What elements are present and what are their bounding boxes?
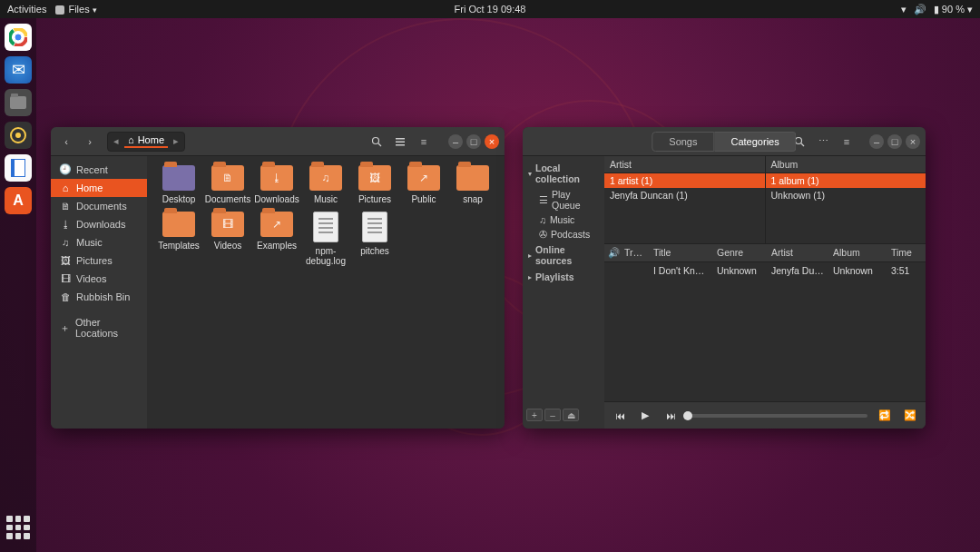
- file-pitches[interactable]: pitches: [350, 212, 399, 266]
- album-browser[interactable]: Album 1 album (1)Unknown (1): [766, 156, 926, 243]
- maximize-button[interactable]: □: [466, 134, 481, 149]
- sidebar-icon: 🕘: [60, 163, 71, 175]
- artist-browser[interactable]: Artist 1 artist (1)Jenyfa Duncan (1): [604, 156, 766, 243]
- dock-icon-software[interactable]: A: [5, 187, 32, 214]
- folder-pictures[interactable]: 🖼Pictures: [350, 165, 399, 204]
- playlist-eject-button[interactable]: ⏏: [563, 409, 579, 421]
- progress-slider[interactable]: [688, 414, 867, 418]
- file-label: Desktop: [162, 194, 196, 204]
- dock-icon-files[interactable]: [5, 89, 32, 116]
- dock-icon-thunderbird[interactable]: ✉: [5, 56, 32, 84]
- music-more-button[interactable]: ⋯: [813, 132, 833, 152]
- sidebar-item-music[interactable]: ♫Music: [51, 233, 147, 251]
- artist-header: Artist: [604, 156, 765, 173]
- play-button[interactable]: ▶: [637, 409, 653, 421]
- show-applications-button[interactable]: [6, 516, 30, 539]
- sidebar-item-downloads[interactable]: ⭳Downloads: [51, 215, 147, 233]
- sidebar-item-label: Home: [76, 182, 103, 193]
- dock-icon-chrome[interactable]: [5, 24, 32, 51]
- folder-downloads[interactable]: ⭳Downloads: [252, 165, 301, 204]
- hamburger-menu-button[interactable]: ≡: [414, 132, 434, 152]
- sidebar-item-pictures[interactable]: 🖼Pictures: [51, 251, 147, 270]
- rss-icon: ✇: [539, 229, 547, 240]
- files-titlebar: ‹ › ◂ ⌂ Home ▸ ≡ – □ ×: [51, 127, 505, 156]
- clock[interactable]: Fri Oct 19 09:48: [455, 4, 526, 15]
- folder-templates[interactable]: Templates: [154, 212, 203, 266]
- folder-icon: ↗: [407, 165, 440, 191]
- sidebar-item-videos[interactable]: 🎞Videos: [51, 270, 147, 288]
- sidebar-item-documents[interactable]: 🗎Documents: [51, 197, 147, 215]
- folder-documents[interactable]: 🗎Documents: [203, 165, 252, 204]
- folder-snap[interactable]: snap: [448, 165, 497, 204]
- file-label: npm-debug.log: [301, 246, 350, 266]
- music-minimize-button[interactable]: –: [869, 134, 884, 149]
- folder-examples[interactable]: ↗Examples: [252, 212, 301, 266]
- album-header: Album: [766, 156, 926, 173]
- playlist-add-button[interactable]: +: [526, 409, 543, 421]
- activities-button[interactable]: Activities: [7, 4, 46, 15]
- next-button[interactable]: ⏭: [662, 410, 679, 421]
- folder-desktop[interactable]: Desktop: [154, 165, 203, 204]
- dock-icon-rhythmbox[interactable]: [5, 122, 32, 149]
- playlist-remove-button[interactable]: –: [544, 409, 561, 421]
- playback-bar: ⏮ ▶ ⏭ 🔁 🔀: [604, 401, 926, 429]
- app-menu[interactable]: Files: [55, 4, 96, 15]
- view-toggle-button[interactable]: [390, 132, 410, 152]
- sidebar-item-label: Rubbish Bin: [76, 291, 130, 302]
- file-icon: [362, 212, 387, 242]
- track-table[interactable]: 🔊 Track Title Genre Artist Album Time I …: [604, 243, 926, 401]
- sidebar-icon: 🎞: [60, 273, 71, 284]
- search-button[interactable]: [367, 132, 387, 152]
- music-titlebar: Songs Categories ⋯ ≡ – □ ×: [523, 127, 926, 156]
- folder-icon: [456, 165, 489, 191]
- files-grid[interactable]: Desktop🗎Documents⭳Downloads♫Music🖼Pictur…: [147, 156, 505, 429]
- file-label: Music: [314, 194, 338, 204]
- sidebar-item-podcasts[interactable]: ✇Podcasts: [523, 227, 604, 242]
- dock-icon-writer[interactable]: [5, 154, 32, 182]
- track-row[interactable]: I Don't Know …UnknownJenyfa DuncanUnknow…: [604, 262, 926, 279]
- sidebar-item-other-locations[interactable]: ＋Other Locations: [51, 313, 147, 342]
- nav-forward-button[interactable]: ›: [80, 132, 100, 152]
- album-item[interactable]: 1 album (1): [766, 173, 926, 188]
- sidebar-item-play-queue[interactable]: ☰Play Queue: [523, 187, 604, 212]
- svg-rect-9: [396, 141, 405, 143]
- tab-categories[interactable]: Categories: [715, 132, 797, 152]
- sidebar-group-online[interactable]: ▸Online sources: [523, 242, 604, 269]
- sidebar-item-rubbish-bin[interactable]: 🗑Rubbish Bin: [51, 288, 147, 306]
- prev-button[interactable]: ⏮: [612, 410, 628, 421]
- path-bar[interactable]: ◂ ⌂ Home ▸: [107, 132, 185, 152]
- home-icon: ⌂: [128, 134, 134, 145]
- folder-music[interactable]: ♫Music: [301, 165, 350, 204]
- artist-item[interactable]: 1 artist (1): [604, 173, 765, 188]
- sidebar-item-label: Other Locations: [75, 317, 138, 339]
- sidebar-item-music[interactable]: ♫Music: [523, 212, 604, 227]
- file-npm-debug-log[interactable]: npm-debug.log: [301, 212, 350, 266]
- speaker-icon: 🔊: [608, 247, 621, 258]
- tab-songs[interactable]: Songs: [652, 132, 714, 152]
- music-close-button[interactable]: ×: [906, 134, 920, 149]
- repeat-button[interactable]: 🔁: [877, 409, 893, 421]
- volume-icon[interactable]: 🔊: [914, 4, 926, 15]
- shuffle-button[interactable]: 🔀: [902, 409, 918, 421]
- sidebar-icon: ♫: [60, 237, 71, 248]
- folder-public[interactable]: ↗Public: [399, 165, 448, 204]
- file-label: Examples: [257, 241, 297, 251]
- sidebar-group-playlists[interactable]: ▸Playlists: [523, 269, 604, 285]
- sidebar-item-recent[interactable]: 🕘Recent: [51, 160, 147, 179]
- path-segment-home[interactable]: ⌂ Home: [124, 134, 168, 148]
- minimize-button[interactable]: –: [448, 134, 463, 149]
- music-maximize-button[interactable]: □: [887, 134, 902, 149]
- sidebar-group-local[interactable]: ▾Local collection: [523, 160, 604, 187]
- folder-videos[interactable]: 🎞Videos: [203, 212, 252, 266]
- music-queue-button[interactable]: ≡: [837, 132, 857, 152]
- sidebar-icon: 🗎: [60, 201, 71, 212]
- artist-item[interactable]: Jenyfa Duncan (1): [604, 188, 765, 202]
- network-icon[interactable]: ▾: [901, 4, 906, 15]
- album-item[interactable]: Unknown (1): [766, 188, 926, 202]
- sidebar-item-home[interactable]: ⌂Home: [51, 179, 147, 197]
- battery-indicator[interactable]: ▮ 90 % ▾: [934, 4, 973, 15]
- folder-icon: 🗎: [211, 165, 244, 191]
- close-button[interactable]: ×: [485, 134, 499, 149]
- nav-back-button[interactable]: ‹: [56, 132, 76, 152]
- music-main: Artist 1 artist (1)Jenyfa Duncan (1) Alb…: [604, 156, 926, 429]
